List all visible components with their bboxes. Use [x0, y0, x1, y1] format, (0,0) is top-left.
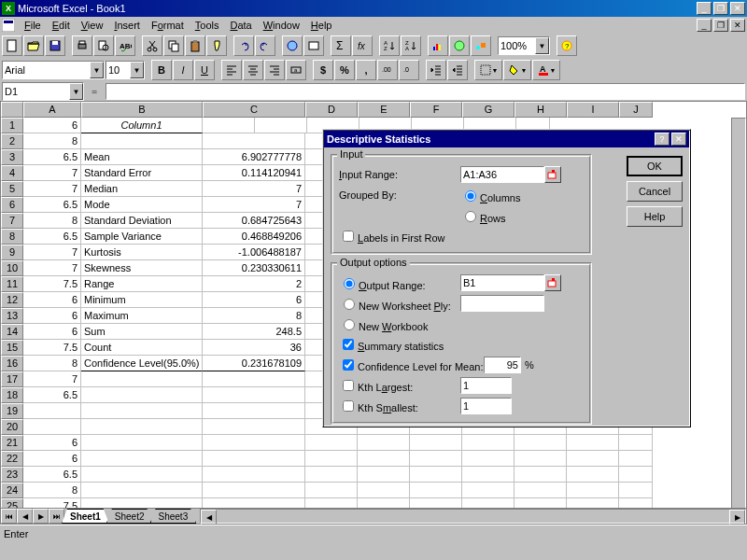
new-ply-field[interactable]: [460, 295, 544, 312]
font-color-button[interactable]: A▼: [532, 60, 560, 80]
name-box[interactable]: D1▼: [2, 82, 84, 101]
tab-next-button[interactable]: ▶: [33, 509, 49, 524]
cell[interactable]: [305, 435, 358, 451]
underline-button[interactable]: U: [194, 60, 215, 80]
cell[interactable]: 6.902777778: [203, 149, 305, 165]
column-header-B[interactable]: B: [81, 102, 203, 118]
vertical-scrollbar[interactable]: [731, 118, 746, 524]
input-range-field[interactable]: [460, 166, 544, 183]
cell[interactable]: [514, 483, 567, 498]
zoom-combo[interactable]: 100%▼: [498, 36, 550, 55]
dialog-close-button[interactable]: ✕: [671, 133, 686, 146]
cell[interactable]: Standard Error: [81, 165, 203, 181]
new-button[interactable]: [2, 35, 22, 56]
minimize-button[interactable]: _: [697, 2, 712, 15]
borders-button[interactable]: ▼: [474, 60, 502, 80]
cell[interactable]: [462, 467, 514, 483]
cell[interactable]: 0.468849206: [203, 229, 305, 245]
mdi-restore-button[interactable]: ❐: [713, 19, 728, 32]
row-header[interactable]: 2: [1, 133, 23, 149]
percent-button[interactable]: %: [334, 60, 355, 80]
row-header[interactable]: 9: [1, 245, 23, 260]
sheet-tab-sheet2[interactable]: Sheet2: [106, 509, 153, 524]
office-assistant-button[interactable]: ?: [557, 35, 577, 56]
cell[interactable]: 6: [23, 451, 81, 467]
menu-edit[interactable]: Edit: [47, 19, 76, 32]
align-center-button[interactable]: [243, 60, 263, 80]
confidence-field[interactable]: [484, 357, 521, 373]
cell[interactable]: [358, 483, 410, 498]
cell[interactable]: 8: [23, 213, 81, 229]
cell[interactable]: [203, 387, 305, 403]
italic-button[interactable]: I: [173, 60, 193, 80]
cell[interactable]: 7: [203, 197, 305, 213]
output-range-field[interactable]: [460, 274, 544, 291]
open-button[interactable]: [23, 35, 44, 56]
cell[interactable]: [81, 403, 203, 419]
undo-button[interactable]: [233, 35, 254, 56]
sort-desc-button[interactable]: ZA: [401, 35, 421, 56]
cell[interactable]: 6: [23, 324, 81, 340]
row-header[interactable]: 10: [1, 260, 23, 276]
cell[interactable]: -1.006488187: [203, 245, 305, 260]
column-header-J[interactable]: J: [619, 102, 653, 118]
row-header[interactable]: 8: [1, 229, 23, 245]
cell[interactable]: Mean: [81, 149, 203, 165]
increase-decimal-button[interactable]: .00: [377, 60, 398, 80]
cell[interactable]: 7: [23, 260, 81, 276]
confidence-checkbox[interactable]: Confidence Level for Mean:: [339, 357, 484, 373]
fill-color-button[interactable]: ▼: [503, 60, 531, 80]
cell[interactable]: [203, 403, 305, 419]
cell[interactable]: 7: [203, 181, 305, 197]
paste-button[interactable]: [185, 35, 205, 56]
column-header-E[interactable]: E: [358, 102, 410, 118]
map-button[interactable]: [449, 35, 470, 56]
column-header-I[interactable]: I: [567, 102, 619, 118]
summary-checkbox[interactable]: Summary statistics: [339, 336, 444, 353]
cell[interactable]: [567, 451, 619, 467]
cell[interactable]: 6.5: [23, 229, 81, 245]
tab-first-button[interactable]: ⏮: [1, 509, 17, 524]
menu-window[interactable]: Window: [258, 19, 305, 32]
cell[interactable]: Standard Deviation: [81, 213, 203, 229]
cancel-button[interactable]: Cancel: [627, 181, 683, 202]
cell[interactable]: 6.5: [23, 387, 81, 403]
cell[interactable]: 7: [23, 245, 81, 260]
function-button[interactable]: fx: [352, 35, 373, 56]
row-header[interactable]: 22: [1, 451, 23, 467]
cell[interactable]: 8: [203, 308, 305, 324]
cell[interactable]: [567, 467, 619, 483]
new-ply-radio[interactable]: New Worksheet Ply:: [339, 296, 460, 312]
cell[interactable]: Maximum: [81, 308, 203, 324]
cell[interactable]: 6.5: [23, 467, 81, 483]
row-header[interactable]: 19: [1, 403, 23, 419]
cell[interactable]: [410, 435, 462, 451]
cut-button[interactable]: [142, 35, 162, 56]
cell[interactable]: [81, 419, 203, 435]
cell[interactable]: Sum: [81, 324, 203, 340]
align-right-button[interactable]: [264, 60, 285, 80]
cell[interactable]: Confidence Level(95.0%): [81, 356, 203, 371]
column-header-F[interactable]: F: [410, 102, 462, 118]
maximize-button[interactable]: ❐: [713, 2, 728, 15]
cell[interactable]: [203, 451, 305, 467]
mdi-close-button[interactable]: ✕: [730, 19, 745, 32]
workbook-icon[interactable]: [2, 19, 15, 32]
format-painter-button[interactable]: [206, 35, 227, 56]
mdi-minimize-button[interactable]: _: [697, 19, 712, 32]
dialog-titlebar[interactable]: Descriptive Statistics ? ✕: [324, 131, 689, 147]
cell[interactable]: [358, 435, 410, 451]
hyperlink-button[interactable]: [282, 35, 303, 56]
cell[interactable]: [23, 403, 81, 419]
menu-format[interactable]: Format: [146, 19, 190, 32]
cell[interactable]: 6: [23, 435, 81, 451]
row-header[interactable]: 24: [1, 483, 23, 498]
kth-largest-checkbox[interactable]: Kth Largest:: [339, 377, 460, 394]
row-header[interactable]: 1: [1, 118, 23, 133]
sort-asc-button[interactable]: AZ: [379, 35, 400, 56]
autosum-button[interactable]: Σ: [331, 35, 351, 56]
cell[interactable]: 8: [23, 133, 81, 149]
cell[interactable]: 0.114120941: [203, 165, 305, 181]
bold-button[interactable]: B: [151, 60, 172, 80]
decrease-indent-button[interactable]: [426, 60, 446, 80]
